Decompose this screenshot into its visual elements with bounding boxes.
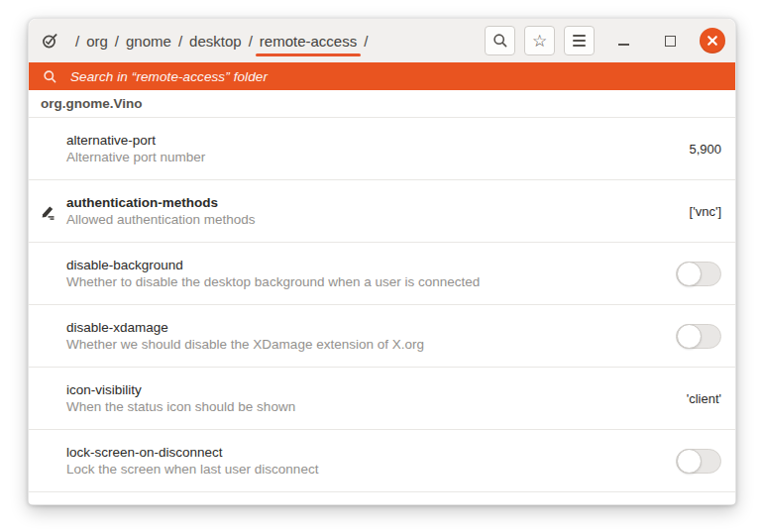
breadcrumb-separator: / (357, 33, 375, 50)
minimize-icon (618, 44, 629, 46)
breadcrumb-separator: / (242, 33, 260, 50)
maximize-icon (665, 36, 676, 47)
key-value: 'client' (687, 391, 721, 406)
key-row-lock-screen-on-disconnect[interactable]: lock-screen-on-disconnect Lock the scree… (29, 430, 735, 492)
toggle-knob (677, 449, 702, 474)
toggle-switch-off[interactable] (676, 262, 721, 286)
menu-button[interactable] (564, 26, 595, 55)
dconf-editor-window: / org / gnome / desktop / remote-access … (28, 18, 736, 505)
key-summary: Allowed authentication methods (66, 211, 690, 228)
key-name: authentication-methods (66, 194, 690, 211)
toggle-knob (677, 262, 702, 286)
breadcrumb-item-org[interactable]: org (86, 33, 108, 50)
key-summary: Lock the screen when last user disconnec… (66, 461, 676, 478)
hamburger-icon (573, 35, 586, 47)
keys-list: org.gnome.Vino alternative-port Alternat… (29, 90, 735, 505)
key-summary: Whether to disable the desktop backgroun… (66, 273, 676, 290)
toggle-knob (677, 324, 702, 349)
maximize-button[interactable] (655, 26, 685, 55)
schema-section-header: org.gnome.Vino (29, 90, 735, 118)
breadcrumb-item-desktop[interactable]: desktop (189, 33, 242, 50)
breadcrumb[interactable]: / org / gnome / desktop / remote-access … (68, 33, 375, 50)
key-row-disable-background[interactable]: disable-background Whether to disable th… (29, 243, 735, 305)
star-icon: ☆ (532, 33, 547, 50)
key-name: disable-background (66, 257, 676, 273)
breadcrumb-item-remote-access[interactable]: remote-access (260, 33, 357, 50)
key-value: ['vnc'] (690, 204, 721, 219)
key-row-alternative-port[interactable]: alternative-port Alternative port number… (29, 118, 735, 180)
minimize-button[interactable] (608, 26, 638, 55)
breadcrumb-separator: / (68, 33, 86, 50)
breadcrumb-item-gnome[interactable]: gnome (126, 33, 171, 50)
key-summary: Alternative port number (66, 149, 689, 165)
key-row-icon-visibility[interactable]: icon-visibility When the status icon sho… (29, 368, 735, 430)
titlebar-actions: ☆ (476, 26, 725, 55)
search-in-folder-label: Search in “remote-access” folder (70, 69, 268, 84)
dconf-editor-app-icon (41, 31, 60, 51)
breadcrumb-separator: / (171, 33, 189, 50)
list-partial-next-row (29, 492, 735, 505)
search-icon (43, 69, 57, 84)
key-name: alternative-port (66, 132, 689, 149)
close-icon (707, 35, 718, 47)
search-button[interactable] (485, 26, 515, 55)
key-row-authentication-methods[interactable]: authentication-methods Allowed authentic… (29, 180, 735, 243)
key-name: lock-screen-on-disconnect (66, 444, 676, 461)
bookmarks-button[interactable]: ☆ (524, 26, 555, 55)
key-row-disable-xdamage[interactable]: disable-xdamage Whether we should disabl… (29, 305, 735, 368)
search-in-folder-bar[interactable]: Search in “remote-access” folder (29, 62, 735, 90)
breadcrumb-separator: / (108, 33, 126, 50)
edited-pencil-icon (40, 203, 56, 220)
key-summary: When the status icon should be shown (66, 398, 687, 415)
toggle-switch-off[interactable] (676, 449, 721, 474)
key-name: icon-visibility (66, 381, 687, 398)
titlebar[interactable]: / org / gnome / desktop / remote-access … (29, 19, 735, 62)
search-icon (492, 33, 508, 49)
desktop-background: / org / gnome / desktop / remote-access … (0, 0, 761, 532)
key-value: 5,900 (689, 142, 721, 157)
key-name: disable-xdamage (66, 319, 676, 336)
close-button[interactable] (700, 28, 725, 53)
key-summary: Whether we should disable the XDamage ex… (66, 336, 676, 353)
toggle-switch-off[interactable] (676, 324, 721, 349)
